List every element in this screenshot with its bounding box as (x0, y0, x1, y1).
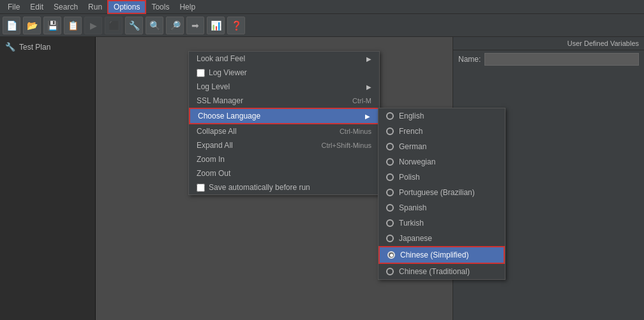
radio-chinese-simplified (387, 251, 395, 259)
name-label: Name: (458, 55, 481, 64)
toolbar-search2-btn[interactable]: 🔎 (166, 17, 184, 34)
toolbar-search-btn[interactable]: 🔍 (146, 17, 163, 34)
lang-norwegian[interactable]: Norwegian (378, 154, 505, 170)
toolbar-revert-btn[interactable]: 📋 (64, 17, 82, 34)
toolbar: 📄 📂 💾 📋 ▶ ⬛ 🔧 🔍 🔎 ➡ 📊 ❓ (0, 14, 644, 37)
menu-ssl-manager[interactable]: SSL Manager Ctrl-M (189, 94, 379, 108)
lang-chinese-traditional[interactable]: Chinese (Traditional) (378, 264, 505, 279)
menu-log-level[interactable]: Log Level (189, 80, 379, 94)
toolbar-clear-btn[interactable]: 🔧 (125, 17, 143, 34)
menu-run[interactable]: Run (83, 1, 107, 13)
radio-english (386, 112, 394, 120)
menu-options[interactable]: Options (107, 0, 146, 14)
options-dropdown: Look and Feel Log Viewer Log Level SSL M… (188, 51, 380, 195)
toolbar-new-btn[interactable]: 📄 (3, 17, 20, 34)
radio-chinese-traditional (386, 268, 394, 275)
toolbar-move-btn[interactable]: ➡ (186, 17, 204, 34)
lang-french[interactable]: French (378, 124, 505, 139)
radio-french (386, 127, 394, 135)
user-defined-variables-label: User Defined Variables (567, 40, 639, 47)
menu-bar: File Edit Search Run Options Tools Help (0, 0, 644, 14)
menu-look-feel[interactable]: Look and Feel (189, 52, 379, 66)
lang-german[interactable]: German (378, 139, 505, 154)
menu-help[interactable]: Help (174, 1, 200, 13)
lang-polish[interactable]: Polish (378, 170, 505, 185)
menu-edit[interactable]: Edit (25, 1, 49, 13)
menu-zoom-in[interactable]: Zoom In (189, 152, 379, 166)
lang-chinese-simplified[interactable]: Chinese (Simplified) (378, 246, 505, 264)
name-field-row: Name: (453, 50, 644, 68)
menu-choose-language[interactable]: Choose Language English French German (189, 108, 379, 124)
menu-search[interactable]: Search (49, 1, 83, 13)
radio-norwegian (386, 158, 394, 166)
toolbar-help-btn[interactable]: ❓ (227, 17, 245, 34)
content-area: Look and Feel Log Viewer Log Level SSL M… (96, 37, 453, 320)
radio-polish (386, 173, 394, 181)
main-area: 🔧 Test Plan Look and Feel Log Viewer Log… (0, 37, 644, 320)
lang-english[interactable]: English (378, 108, 505, 124)
menu-log-viewer[interactable]: Log Viewer (189, 66, 379, 80)
toolbar-run-btn[interactable]: ▶ (84, 17, 102, 34)
menu-save-auto[interactable]: Save automatically before run (189, 180, 379, 194)
lang-japanese[interactable]: Japanese (378, 231, 505, 246)
radio-turkish (386, 219, 394, 227)
sidebar-item-test-plan[interactable]: 🔧 Test Plan (0, 40, 95, 54)
sidebar-item-label: Test Plan (19, 43, 50, 52)
menu-tools[interactable]: Tools (146, 1, 174, 13)
lang-turkish[interactable]: Turkish (378, 215, 505, 231)
save-auto-checkbox[interactable] (197, 184, 205, 192)
toolbar-table-btn[interactable]: 📊 (207, 17, 225, 34)
lang-spanish[interactable]: Spanish (378, 200, 505, 215)
language-submenu: English French German Norwegian (378, 108, 505, 280)
menu-collapse-all[interactable]: Collapse All Ctrl-Minus (189, 124, 379, 138)
radio-japanese (386, 235, 394, 242)
radio-spanish (386, 204, 394, 212)
menu-zoom-out[interactable]: Zoom Out (189, 166, 379, 180)
right-panel-header: User Defined Variables (453, 37, 644, 50)
test-plan-icon: 🔧 (5, 42, 15, 52)
lang-portuguese[interactable]: Portuguese (Brazilian) (378, 185, 505, 200)
sidebar: 🔧 Test Plan (0, 37, 96, 320)
toolbar-save-btn[interactable]: 💾 (43, 17, 61, 34)
log-viewer-checkbox[interactable] (197, 69, 205, 77)
name-input[interactable] (484, 53, 639, 66)
radio-german (386, 143, 394, 150)
menu-file[interactable]: File (3, 1, 25, 13)
menu-expand-all[interactable]: Expand All Ctrl+Shift-Minus (189, 138, 379, 152)
toolbar-open-btn[interactable]: 📂 (23, 17, 41, 34)
radio-portuguese (386, 189, 394, 196)
toolbar-stop-btn[interactable]: ⬛ (105, 17, 123, 34)
